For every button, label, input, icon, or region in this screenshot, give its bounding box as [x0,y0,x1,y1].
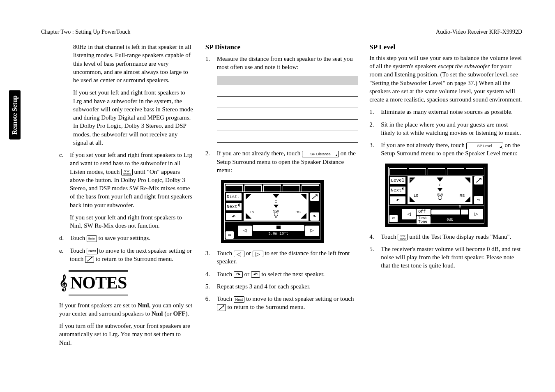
input-line-3[interactable] [217,100,358,108]
notes-para-2: If you turn off the subwoofer, your fron… [41,322,194,347]
speaker-level-screen: Level Next ↶ [385,164,488,227]
item-d: d. Touch Enter to save your settings. [41,234,194,242]
left-arrow-button[interactable]: ◁ [234,251,244,257]
right-arrow-button[interactable]: ▷ [253,251,263,257]
col1-para-2: If you set your left and right front spe… [73,88,194,147]
sw-remix-button[interactable]: S.W.Remix [121,169,133,175]
screen-left-arrow[interactable]: ◁ [238,226,252,236]
screen-rotate-right[interactable]: ↷ [310,212,319,221]
screen-rotate-left-2[interactable]: ↶ [389,196,406,204]
screen-return-button-2[interactable] [474,176,483,184]
test-tone-button[interactable]: TestTone [398,234,408,240]
screen-left-arrow-2[interactable]: ◁ [402,209,416,219]
screen-home-button-2[interactable]: ▭ [389,215,398,222]
distance-value: 3.0m 10ft [253,231,304,236]
speaker-distance-input-lines[interactable] [217,76,358,143]
column-2: SP Distance 1. Measure the distance from… [205,43,358,351]
col1-para-1: 80Hz in that channel is left in that spe… [73,43,194,84]
item-c-text-2: If you set your left and right front spe… [70,213,194,230]
notes-para-1: If your front speakers are set to Nml, y… [41,301,194,318]
col2-step-1: 1. Measure the distance from each speake… [205,55,358,71]
speaker-distance-screen: Dist. Next ↶ [221,180,324,243]
screen-level-label: Level [389,176,406,184]
speaker-diagram-2: C LS SW RS [408,176,472,204]
col2-step-6: 6. Touch Next to move to the next speake… [205,295,358,311]
level-slider[interactable] [431,210,468,214]
page-header: Chapter Two : Setting Up PowerTouch Audi… [21,29,522,35]
next-button-2[interactable]: Next [234,296,245,303]
next-button[interactable]: Next [87,248,98,254]
speaker-l-icon [246,194,251,200]
sp-level-button[interactable]: SP Level [466,143,503,149]
speaker-diagram: C LS SW RS 0 [244,193,309,221]
column-1: 80Hz in that channel is left in that spe… [41,43,194,351]
screen-right-arrow[interactable]: ▷ [305,226,319,236]
marker-d: d. [59,234,70,242]
col3-step-4: 4. Touch TestTone until the Test Tone di… [369,233,522,241]
side-tab-remote-setup: Remote Setup [9,90,21,140]
screen-next-button-2[interactable]: Next [389,186,406,194]
header-product: Audio-Video Receiver KRF-X9992D [436,29,522,35]
col3-step-5: 5. The receiver's master volume will bec… [369,245,522,270]
test-tone-label[interactable]: TestTone [417,216,431,224]
input-line-1[interactable] [217,76,358,85]
treble-clef-icon: 𝄞 [59,273,67,292]
marker-e: e. [59,247,70,263]
sp-level-heading: SP Level [369,43,522,52]
item-c: c. If you set your left and right front … [41,151,194,230]
screen-next-button[interactable]: Next [226,203,242,211]
item-e: e. Touch Next to move to the next speake… [41,247,194,263]
col3-step-2: 2. Sit in the place where you and your g… [369,120,522,137]
screen-rotate-left[interactable]: ↶ [226,212,242,221]
col3-intro: In this step you will use your ears to b… [369,54,522,104]
screen-tab [226,184,243,191]
distance-slider[interactable] [253,225,304,231]
enter-button[interactable]: Enter [87,235,97,242]
speaker-rs-icon [301,213,306,219]
item-c-text-1: If you set your left and right front spe… [70,151,194,209]
sp-distance-heading: SP Distance [205,43,358,52]
screen-rotate-right-2[interactable]: ↷ [474,196,483,204]
input-line-6[interactable] [217,134,358,143]
column-3: SP Level In this step you will use your … [369,43,522,351]
notes-heading-icon: 𝄞NOTES [41,270,194,295]
return-icon[interactable] [85,256,94,263]
return-icon-2[interactable] [217,304,226,311]
marker-c: c. [59,151,70,230]
col2-step-5: 5. Repeat steps 3 and 4 for each speaker… [205,282,358,291]
item-d-text: Touch Enter to save your settings. [70,234,194,242]
speaker-sw-icon [274,205,279,208]
screen-right-arrow-2[interactable]: ▷ [469,209,483,219]
col2-step-3: 3. Touch ◁ or ▷ to set the distance for … [205,249,358,266]
input-line-4[interactable] [217,111,358,120]
screen-return-button[interactable] [310,193,319,201]
speaker-r-icon [301,194,306,200]
rotate-right-button[interactable]: ↷ [234,271,243,278]
header-chapter: Chapter Two : Setting Up PowerTouch [41,29,130,35]
screen-dist-label: Dist. [226,193,242,201]
screen-home-button[interactable]: ▭ [226,231,234,239]
sp-distance-button[interactable]: SP Distance [302,151,339,157]
col2-step-4: 4. Touch ↷ or ↶ to select the next speak… [205,270,358,278]
speaker-c-icon [273,194,279,198]
off-label: Off [417,209,431,215]
rotate-left-button[interactable]: ↶ [251,271,260,278]
col3-step-1: 1. Eliminate as many external noise sour… [369,108,522,116]
col3-step-3: 3. If you are not already there, touch S… [369,141,522,158]
col2-step-2: 2. If you are not already there, touch S… [205,149,358,174]
notes-word: NOTES [69,270,128,295]
input-line-5[interactable] [217,123,358,131]
input-line-2[interactable] [217,88,358,97]
item-e-text: Touch Next to move to the next speaker s… [70,247,194,263]
db-value: 0db [431,217,468,222]
